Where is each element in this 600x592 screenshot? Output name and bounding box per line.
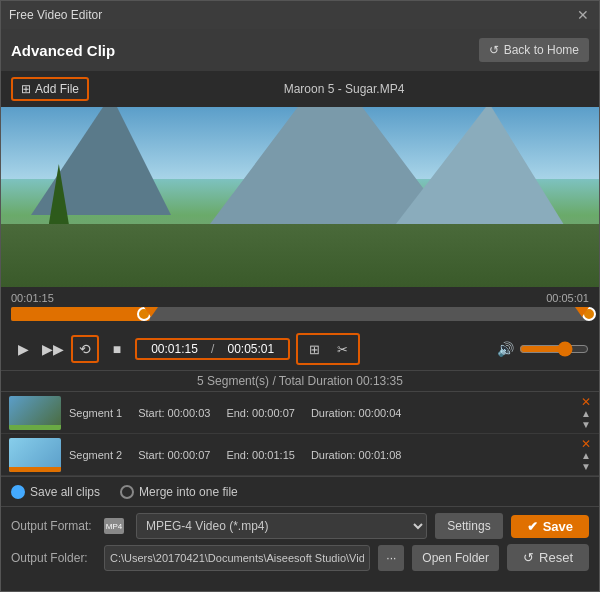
stop-button[interactable]: ■ — [105, 337, 129, 361]
refresh-icon: ↺ — [489, 43, 499, 57]
reset-icon: ↺ — [523, 550, 534, 565]
reset-button[interactable]: ↺ Reset — [507, 544, 589, 571]
format-select[interactable]: MPEG-4 Video (*.mp4) — [136, 513, 427, 539]
segment-1-down-button[interactable]: ▼ — [581, 420, 591, 430]
timeline-bar: 00:01:15 00:05:01 — [1, 287, 599, 328]
mountain-left — [31, 107, 171, 215]
cut-marker-right — [575, 307, 589, 317]
timeline-end: 00:05:01 — [546, 292, 589, 304]
segment-1-actions: ✕ ▲ ▼ — [581, 396, 591, 430]
folder-path-input[interactable] — [104, 545, 370, 571]
segment-2-label: Segment 2 — [69, 449, 122, 461]
merge-into-one-radio[interactable]: Merge into one file — [120, 485, 238, 499]
timeline-progress — [11, 307, 150, 321]
ground-bg — [1, 224, 599, 287]
segment-2-up-button[interactable]: ▲ — [581, 451, 591, 461]
format-icon: MP4 — [104, 518, 124, 534]
open-folder-button[interactable]: Open Folder — [412, 545, 499, 571]
play-button[interactable]: ▶ — [11, 337, 35, 361]
radio-active-icon — [11, 485, 25, 499]
segment-thumbnail-1 — [9, 396, 61, 430]
table-row: Segment 1 Start: 00:00:03 End: 00:00:07 … — [1, 392, 599, 434]
timeline-start: 00:01:15 — [11, 292, 54, 304]
segment-2-down-button[interactable]: ▼ — [581, 462, 591, 472]
back-to-home-button[interactable]: ↺ Back to Home — [479, 38, 589, 62]
cut-marker-left — [144, 307, 158, 317]
fast-forward-button[interactable]: ▶▶ — [41, 337, 65, 361]
volume-icon: 🔊 — [497, 341, 514, 357]
segment-1-label: Segment 1 — [69, 407, 122, 419]
video-preview — [1, 107, 599, 287]
toolbar: Advanced Clip ↺ Back to Home — [1, 29, 599, 71]
timeline-track[interactable] — [11, 307, 589, 321]
table-row: Segment 2 Start: 00:00:07 End: 00:01:15 … — [1, 434, 599, 476]
segment-thumb-bar-2 — [9, 467, 61, 472]
filename-label: Maroon 5 - Sugar.MP4 — [99, 82, 589, 96]
cut-left-button[interactable]: ⊞ — [302, 337, 326, 361]
video-thumbnail — [1, 107, 599, 287]
segment-1-up-button[interactable]: ▲ — [581, 409, 591, 419]
save-button[interactable]: ✔ Save — [511, 515, 589, 538]
add-file-bar: ⊞ Add File Maroon 5 - Sugar.MP4 — [1, 71, 599, 107]
output-folder-row: Output Folder: ··· Open Folder ↺ Reset — [11, 544, 589, 571]
segments-info: 5 Segment(s) / Total Duration 00:13:35 — [1, 370, 599, 391]
folder-label: Output Folder: — [11, 551, 96, 565]
title-bar: Free Video Editor ✕ — [1, 1, 599, 29]
time-range-inputs: / — [135, 338, 290, 360]
format-label: Output Format: — [11, 519, 96, 533]
output-format-row: Output Format: MP4 MPEG-4 Video (*.mp4) … — [11, 513, 589, 539]
volume-area: 🔊 — [497, 341, 589, 357]
segment-info-2: Segment 2 Start: 00:00:07 End: 00:01:15 … — [69, 449, 573, 461]
time-labels: 00:01:15 00:05:01 — [11, 292, 589, 304]
add-file-icon: ⊞ — [21, 82, 31, 96]
window-title: Free Video Editor — [9, 8, 102, 22]
start-time-input[interactable] — [142, 342, 207, 356]
segment-2-duration: Duration: 00:01:08 — [311, 449, 402, 461]
segment-thumbnail-2 — [9, 438, 61, 472]
segment-2-actions: ✕ ▲ ▼ — [581, 438, 591, 472]
radio-inactive-icon — [120, 485, 134, 499]
output-section: Output Format: MP4 MPEG-4 Video (*.mp4) … — [1, 506, 599, 582]
segment-2-end: End: 00:01:15 — [226, 449, 295, 461]
controls-bar: ▶ ▶▶ ⟲ ■ / ⊞ ✂ 🔊 — [1, 328, 599, 370]
save-check-icon: ✔ — [527, 519, 538, 534]
close-button[interactable]: ✕ — [575, 7, 591, 23]
segment-2-start: Start: 00:00:07 — [138, 449, 210, 461]
save-options: Save all clips Merge into one file — [1, 476, 599, 506]
cut-right-button[interactable]: ✂ — [330, 337, 354, 361]
segment-1-start: Start: 00:00:03 — [138, 407, 210, 419]
mountain-right — [389, 107, 569, 233]
end-time-input[interactable] — [218, 342, 283, 356]
segment-info-1: Segment 1 Start: 00:00:03 End: 00:00:07 … — [69, 407, 573, 419]
segment-thumb-bar-1 — [9, 425, 61, 430]
add-file-button[interactable]: ⊞ Add File — [11, 77, 89, 101]
page-title: Advanced Clip — [11, 42, 115, 59]
segment-1-duration: Duration: 00:00:04 — [311, 407, 402, 419]
loop-button[interactable]: ⟲ — [71, 335, 99, 363]
segment-1-delete-button[interactable]: ✕ — [581, 396, 591, 408]
settings-button[interactable]: Settings — [435, 513, 502, 539]
volume-slider[interactable] — [519, 341, 589, 357]
cut-buttons: ⊞ ✂ — [296, 333, 360, 365]
main-window: Free Video Editor ✕ Advanced Clip ↺ Back… — [0, 0, 600, 592]
segment-2-delete-button[interactable]: ✕ — [581, 438, 591, 450]
browse-folder-button[interactable]: ··· — [378, 545, 404, 571]
segments-list: Segment 1 Start: 00:00:03 End: 00:00:07 … — [1, 391, 599, 476]
segment-1-end: End: 00:00:07 — [226, 407, 295, 419]
save-all-clips-radio[interactable]: Save all clips — [11, 485, 100, 499]
